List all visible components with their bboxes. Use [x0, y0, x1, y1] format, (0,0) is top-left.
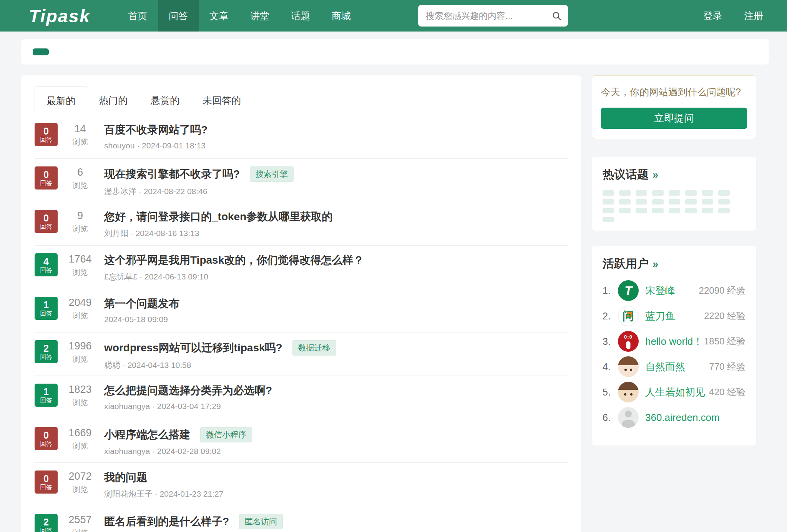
- view-count: 6 浏览: [60, 166, 100, 191]
- hot-topic-tag[interactable]: [603, 217, 614, 222]
- question-meta: 聪聪 · 2024-04-13 10:58: [104, 360, 568, 371]
- hot-topic-tag[interactable]: [603, 190, 614, 196]
- search-button[interactable]: [551, 11, 562, 21]
- hot-topic-tag[interactable]: [636, 199, 647, 204]
- hot-topic-tag[interactable]: [702, 199, 713, 204]
- hot-topic-tag[interactable]: [603, 199, 614, 204]
- hot-topic-tag[interactable]: [669, 199, 680, 204]
- auth-links: 登录 注册: [703, 10, 763, 22]
- nav-item[interactable]: 首页: [117, 0, 158, 32]
- answer-count-badge: 2 回答: [35, 340, 58, 363]
- hot-topics-tag-cloud: [603, 190, 745, 222]
- hot-topic-tag[interactable]: [669, 208, 680, 213]
- user-name-link[interactable]: 蓝刀鱼: [645, 309, 675, 323]
- user-rank: 1.: [603, 285, 616, 296]
- user-avatar[interactable]: [618, 306, 639, 326]
- login-link[interactable]: 登录: [703, 10, 722, 22]
- user-name-link[interactable]: hello world！: [645, 335, 703, 348]
- question-title-link[interactable]: 匿名后看到的是什么样子?: [104, 515, 229, 529]
- active-user-row: 6. 360.aireden.com: [603, 405, 745, 430]
- hot-topics-more-link[interactable]: »: [653, 169, 658, 181]
- question-meta: 刘丹阳 · 2024-08-16 13:13: [104, 228, 568, 239]
- user-rank: 6.: [603, 412, 616, 423]
- question-row: 0 回答 2072 浏览 我的问题 浏阳花炮王子 · 2024-01-23 21…: [35, 463, 568, 506]
- question-title-link[interactable]: 现在搜索引擎都不收录了吗?: [104, 167, 240, 181]
- user-rank: 5.: [603, 387, 616, 398]
- question-title-link[interactable]: wordpress网站可以迁移到tipask吗?: [104, 341, 282, 355]
- question-title-link[interactable]: 我的问题: [104, 470, 147, 484]
- hot-topics-card: 热议话题 »: [592, 157, 756, 231]
- user-name-link[interactable]: 人生若如初见: [645, 386, 705, 399]
- question-list: 0 回答 14 浏览 百度不收录网站了吗? shouyou · 2024-09-…: [35, 115, 568, 532]
- ask-question-card: 今天，你的网站遇到什么问题呢? 立即提问: [592, 75, 756, 139]
- question-title-link[interactable]: 怎么把提问题选择分类弄为必选啊?: [104, 384, 272, 397]
- answer-count-badge: 0 回答: [35, 470, 58, 494]
- hot-topic-tag[interactable]: [718, 190, 730, 196]
- user-avatar[interactable]: [618, 382, 639, 402]
- hot-topic-tag[interactable]: [619, 208, 631, 213]
- site-logo[interactable]: Tipask: [29, 5, 90, 27]
- hot-topic-tag[interactable]: [652, 208, 664, 213]
- hot-topic-tag[interactable]: [685, 190, 697, 196]
- sort-tab[interactable]: 最新的: [35, 86, 87, 115]
- main-nav: 首页问答文章讲堂话题商城: [117, 0, 362, 32]
- question-row: 0 回答 9 浏览 您好，请问登录接口的_token参数从哪里获取的 刘丹阳 ·…: [35, 202, 568, 246]
- question-topic-tag[interactable]: 微信小程序: [200, 427, 252, 442]
- register-link[interactable]: 注册: [744, 10, 763, 22]
- nav-item[interactable]: 问答: [158, 0, 199, 32]
- active-users-title: 活跃用户: [603, 256, 649, 272]
- hot-topics-title: 热议话题: [603, 167, 649, 183]
- hot-topic-tag[interactable]: [718, 199, 730, 204]
- question-title-link[interactable]: 这个邪乎网是我用Tipask改的，你们觉得改得怎么样？: [104, 253, 364, 267]
- question-meta: 漫步冰洋 · 2024-08-22 08:46: [104, 186, 568, 197]
- top-navbar: Tipask 首页问答文章讲堂话题商城 登录 注册: [0, 0, 787, 32]
- sort-tab[interactable]: 悬赏的: [139, 86, 191, 115]
- question-title-link[interactable]: 百度不收录网站了吗?: [104, 123, 208, 137]
- question-topic-tag[interactable]: 搜索引擎: [250, 166, 294, 182]
- hot-topic-tag[interactable]: [652, 199, 664, 204]
- hot-topic-tag[interactable]: [718, 208, 730, 213]
- user-name-link[interactable]: 宋登峰: [645, 284, 675, 298]
- nav-item[interactable]: 商城: [321, 0, 362, 32]
- answer-count-badge: 0 回答: [35, 427, 58, 450]
- hot-topic-tag[interactable]: [652, 190, 664, 196]
- hot-topic-tag[interactable]: [619, 190, 631, 196]
- hot-topic-tag[interactable]: [669, 190, 680, 196]
- ask-now-button[interactable]: 立即提问: [601, 108, 747, 129]
- user-avatar[interactable]: [618, 356, 639, 377]
- hot-topic-tag[interactable]: [702, 208, 713, 213]
- view-count: 14 浏览: [60, 123, 100, 147]
- active-user-row: 4. 自然而然 770 经验: [603, 354, 745, 379]
- hot-topic-tag[interactable]: [619, 199, 631, 204]
- nav-item[interactable]: 话题: [280, 0, 321, 32]
- question-row: 2 回答 2557 浏览 匿名后看到的是什么样子? 匿名访问: [35, 506, 568, 532]
- user-avatar[interactable]: [618, 280, 639, 301]
- nav-item[interactable]: 文章: [199, 0, 239, 32]
- filter-item[interactable]: [33, 48, 49, 55]
- sort-tab[interactable]: 未回答的: [191, 86, 252, 115]
- hot-topic-tag[interactable]: [685, 199, 697, 204]
- nav-item[interactable]: 讲堂: [239, 0, 280, 32]
- active-user-row: 5. 人生若如初见 420 经验: [603, 379, 745, 405]
- active-users-more-link[interactable]: »: [653, 258, 658, 270]
- question-topic-tag[interactable]: 匿名访问: [239, 514, 283, 529]
- hot-topic-tag[interactable]: [685, 208, 697, 213]
- question-meta: xiaohuangya · 2024-03-04 17:29: [104, 402, 568, 411]
- user-avatar[interactable]: [618, 407, 639, 428]
- search-input[interactable]: [426, 11, 551, 21]
- question-title-link[interactable]: 小程序端怎么搭建: [104, 428, 190, 442]
- sort-tab[interactable]: 热门的: [87, 86, 139, 115]
- question-title-link[interactable]: 您好，请问登录接口的_token参数从哪里获取的: [104, 210, 332, 224]
- user-name-link[interactable]: 自然而然: [645, 360, 685, 374]
- user-name-link[interactable]: 360.aireden.com: [645, 412, 720, 424]
- user-avatar[interactable]: [618, 331, 639, 352]
- user-experience: 1850 经验: [704, 335, 745, 347]
- hot-topic-tag[interactable]: [636, 208, 647, 213]
- question-title-link[interactable]: 第一个问题发布: [104, 297, 179, 311]
- question-topic-tag[interactable]: 数据迁移: [292, 340, 336, 356]
- answer-count-badge: 1 回答: [35, 384, 58, 407]
- view-count: 2072 浏览: [60, 470, 100, 495]
- hot-topic-tag[interactable]: [636, 190, 647, 196]
- hot-topic-tag[interactable]: [702, 190, 713, 196]
- hot-topic-tag[interactable]: [603, 208, 614, 213]
